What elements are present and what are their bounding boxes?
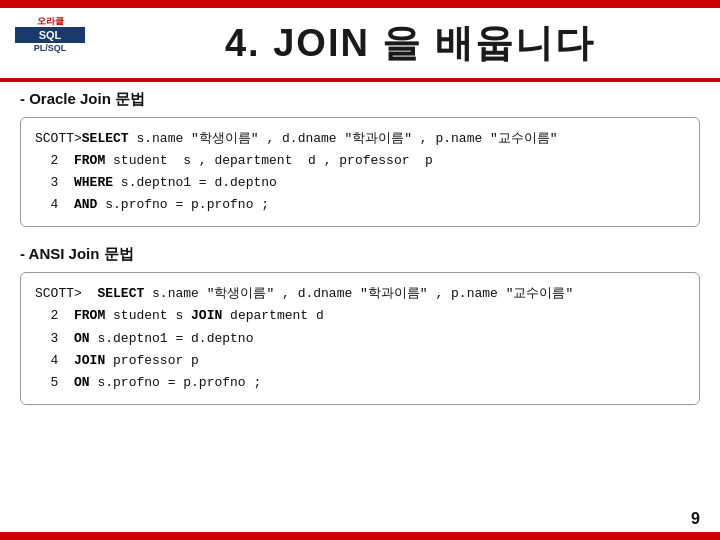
header: 오라클 SQL PL/SQL 4. JOIN 을 배웁니다 xyxy=(0,0,720,78)
logo-box: 오라클 SQL PL/SQL xyxy=(15,16,85,71)
logo-sql-text: SQL xyxy=(15,27,85,43)
main-title: 4. JOIN 을 배웁니다 xyxy=(225,18,595,69)
bottom-bar xyxy=(0,532,720,540)
ansi-line-3: 3 ON s.deptno1 = d.deptno xyxy=(35,328,685,350)
oracle-line-2: 2 FROM student s , department d , profes… xyxy=(35,150,685,172)
ansi-line-2: 2 FROM student s JOIN department d xyxy=(35,305,685,327)
logo-area: 오라클 SQL PL/SQL xyxy=(0,0,100,78)
oracle-line-1: SCOTT>SELECT s.name "학생이름" , d.dname "학과… xyxy=(35,128,685,150)
logo-top-text: 오라클 xyxy=(15,16,85,27)
page-number: 9 xyxy=(691,510,700,528)
title-area: 4. JOIN 을 배웁니다 xyxy=(100,10,720,69)
ansi-line-4: 4 JOIN professor p xyxy=(35,350,685,372)
header-divider xyxy=(0,78,720,82)
ansi-line-1: SCOTT> SELECT s.name "학생이름" , d.dname "학… xyxy=(35,283,685,305)
oracle-line-3: 3 WHERE s.deptno1 = d.deptno xyxy=(35,172,685,194)
oracle-line-4: 4 AND s.profno = p.profno ; xyxy=(35,194,685,216)
ansi-line-5: 5 ON s.profno = p.profno ; xyxy=(35,372,685,394)
main-content: - Oracle Join 문법 SCOTT>SELECT s.name "학생… xyxy=(20,90,700,500)
oracle-join-codebox: SCOTT>SELECT s.name "학생이름" , d.dname "학과… xyxy=(20,117,700,227)
ansi-join-label: - ANSI Join 문법 xyxy=(20,245,700,264)
logo-plsql-text: PL/SQL xyxy=(15,43,85,53)
oracle-join-label: - Oracle Join 문법 xyxy=(20,90,700,109)
ansi-join-codebox: SCOTT> SELECT s.name "학생이름" , d.dname "학… xyxy=(20,272,700,404)
